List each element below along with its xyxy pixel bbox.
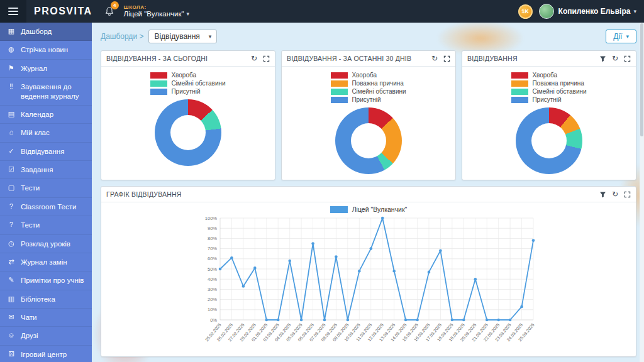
sidebar-item-tests[interactable]: ▢Тести [0,179,92,197]
legend-item[interactable]: Присутній [511,96,586,103]
games-icon: ⚄ [7,350,16,359]
refresh-icon[interactable]: ↻ [251,55,257,62]
line-series-legend[interactable]: Ліцей "Вулканчик" [101,206,636,213]
legend-item[interactable]: Поважна причина [511,80,586,87]
actions-button[interactable]: Дії▾ [606,30,636,43]
series-swatch [330,206,348,213]
sidebar-item-classroom-tests[interactable]: ?Classroom Тести [0,198,92,216]
sidebar-item-substitutions-journal[interactable]: ⇄Журнал замін [0,253,92,272]
sidebar-item-calendar[interactable]: ▤Календар [0,106,92,124]
sidebar-item-label: Завдання [21,165,87,174]
breadcrumb-dashboards-link[interactable]: Дашборди > [101,32,143,41]
dashboard-select[interactable]: Відвідування ▾ [148,30,217,43]
legend-label: Присутній [171,88,200,95]
attendance-line-chart[interactable]: 0%10%20%30%40%50%60%70%80%90%100%25.02.2… [199,213,538,355]
svg-text:10%: 10% [208,307,217,312]
schedule-icon: ◷ [7,239,16,248]
refresh-icon[interactable]: ↻ [612,190,618,198]
sidebar-item-label: Тести [21,221,87,229]
chart-legend: ХворобаСімейні обставиниПрисутній [150,70,225,96]
school-selector[interactable]: школа: Ліцей "Вулканчик"▾ [124,4,190,18]
legend-item[interactable]: Сімейні обставини [511,88,586,95]
sidebar-item-label: Відвідування [21,147,87,156]
legend-item[interactable]: Сімейні обставини [150,80,225,87]
sidebar-item-news-feed[interactable]: ◍Стрічка новин [0,41,92,59]
svg-text:30%: 30% [208,287,217,292]
sidebar-item-label: Журнал [21,64,87,73]
expand-icon[interactable] [624,191,631,198]
legend-item[interactable]: Сімейні обставини [331,88,406,95]
legend-swatch [511,80,528,87]
sidebar-item-friends[interactable]: ☺Друзі [0,327,92,345]
user-menu[interactable]: Копиленко Ельвіра ▾ [558,7,636,16]
sidebar-item-my-class[interactable]: ⌂Мій клас [0,124,92,142]
card-attendance-graph: ГРАФІК ВІДВІДУВАННЯ ↻ Ліцей "Вулканчик" … [101,186,636,357]
legend-item[interactable]: Хвороба [511,72,586,79]
sidebar-item-label: Тести [21,184,87,192]
sidebar-item-dashboard[interactable]: ▦Дашборд [0,23,92,41]
sidebar-item-journal[interactable]: ⚑Журнал [0,60,92,78]
donut-cards-row: ВІДВІДУВАННЯ - ЗА СЬОГОДНІ ↻ ХворобаСіме… [101,50,636,180]
scrollbar-thumb[interactable] [640,23,643,136]
refresh-icon[interactable]: ↻ [431,55,438,62]
sidebar-item-student-notes[interactable]: ✎Примітки про учнів [0,272,92,290]
sidebar-item-library[interactable]: ▥Бібліотека [0,290,92,309]
card-title: ВІДВІДУВАННЯ - ЗА ОСТАННІ 30 ДНІВ [287,55,411,62]
series-name: Ліцей "Вулканчик" [352,206,408,213]
sidebar-item-label: Ігровий центр [21,350,87,359]
legend-swatch [331,89,348,95]
sidebar-item-journal-remarks[interactable]: ‼Зауваження до ведення журналу [0,78,92,106]
donut-chart-attendance[interactable] [516,107,582,174]
legend-item[interactable]: Присутній [331,96,406,103]
sidebar-item-label: Чати [21,313,87,322]
legend-item[interactable]: Хвороба [331,72,406,79]
app-logo[interactable]: PROSVITA [34,6,92,17]
expand-icon[interactable] [624,55,631,62]
sidebar-item-label: Дашборд [21,27,87,36]
vertical-scrollbar[interactable] [640,23,644,362]
card-title: ВІДВІДУВАННЯ [467,55,518,62]
legend-swatch [511,97,528,103]
card-attendance-today: ВІДВІДУВАННЯ - ЗА СЬОГОДНІ ↻ ХворобаСіме… [101,50,275,180]
legend-item[interactable]: Хвороба [150,72,225,79]
sidebar-item-game-center[interactable]: ⚄Ігровий центр [0,346,92,362]
sidebar-item-tasks[interactable]: ☑Завдання [0,161,92,179]
legend-label: Сімейні обставини [352,88,406,95]
tests2-icon: ? [7,221,16,229]
notifications-button[interactable]: 4 [101,3,118,19]
legend-label: Сімейні обставини [171,80,225,87]
points-badge[interactable]: 1K [518,4,533,19]
sidebar-item-label: Розклад уроків [21,239,87,248]
svg-text:80%: 80% [208,236,217,241]
donut-chart-30-days[interactable] [335,107,402,174]
menu-toggle-button[interactable] [0,0,26,23]
sidebar-item-label: Друзі [21,331,87,340]
expand-icon[interactable] [263,55,270,62]
legend-item[interactable]: Присутній [150,88,225,95]
legend-swatch [511,72,528,79]
refresh-icon[interactable]: ↻ [612,55,618,62]
sidebar-item-lesson-schedule[interactable]: ◷Розклад уроків [0,235,92,253]
sidebar-item-tests-2[interactable]: ?Тести [0,216,92,234]
filter-icon[interactable] [599,55,606,62]
sidebar-item-label: Зауваження до ведення журналу [21,82,87,101]
legend-swatch [331,97,348,103]
tasks-icon: ☑ [7,165,16,174]
avatar[interactable] [539,4,554,19]
sidebar-item-label: Classroom Тести [21,202,87,211]
legend-label: Поважна причина [532,80,584,87]
chevron-down-icon: ▾ [626,33,629,40]
legend-item[interactable]: Поважна причина [331,80,406,87]
card-title: ВІДВІДУВАННЯ - ЗА СЬОГОДНІ [106,55,208,62]
sidebar-item-attendance[interactable]: ✓Відвідування [0,143,92,161]
legend-swatch [150,72,167,79]
legend-swatch [150,89,167,95]
filter-icon[interactable] [599,191,606,198]
sidebar-item-label: Бібліотека [21,295,87,304]
sidebar-item-label: Календар [21,110,87,119]
svg-text:20%: 20% [208,297,217,302]
expand-icon[interactable] [443,55,450,62]
journal-icon: ⚑ [7,64,16,73]
sidebar-item-chats[interactable]: ✉Чати [0,309,92,327]
donut-chart-today[interactable] [155,99,221,166]
